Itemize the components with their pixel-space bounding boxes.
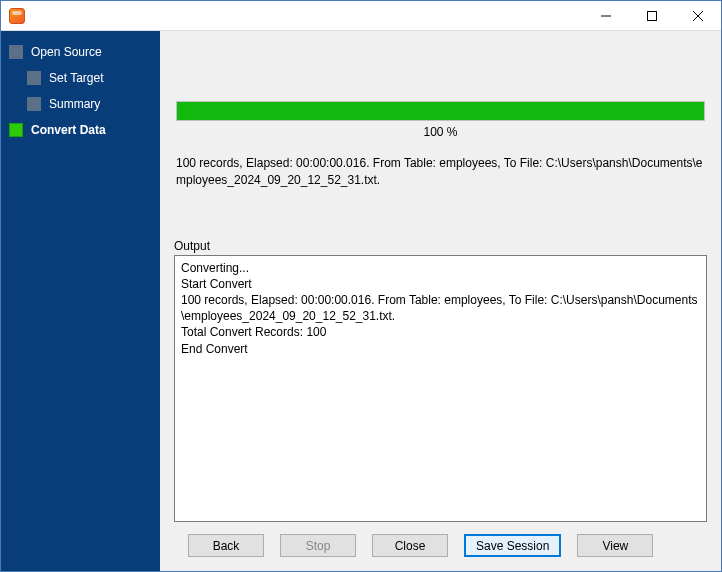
sidebar-item-open-source[interactable]: Open Source bbox=[1, 39, 160, 65]
sidebar-item-label: Set Target bbox=[49, 71, 103, 85]
output-line: 100 records, Elapsed: 00:00:00.016. From… bbox=[181, 292, 700, 324]
output-line: Total Convert Records: 100 bbox=[181, 324, 700, 340]
summary-text: 100 records, Elapsed: 00:00:00.016. From… bbox=[176, 155, 705, 189]
stop-button[interactable]: Stop bbox=[280, 534, 356, 557]
sidebar: Open SourceSet TargetSummaryConvert Data bbox=[1, 31, 160, 571]
progress-bar-track bbox=[176, 101, 705, 121]
button-row: Back Stop Close Save Session View bbox=[174, 522, 707, 561]
output-line: Start Convert bbox=[181, 276, 700, 292]
view-button[interactable]: View bbox=[577, 534, 653, 557]
output-textarea[interactable]: Converting...Start Convert100 records, E… bbox=[174, 255, 707, 522]
main-panel: 100 % 100 records, Elapsed: 00:00:00.016… bbox=[160, 31, 721, 571]
sidebar-item-summary[interactable]: Summary bbox=[1, 91, 160, 117]
progress-section: 100 % 100 records, Elapsed: 00:00:00.016… bbox=[174, 41, 707, 189]
close-button[interactable]: Close bbox=[372, 534, 448, 557]
sidebar-item-convert-data[interactable]: Convert Data bbox=[1, 117, 160, 143]
output-label: Output bbox=[174, 239, 707, 253]
svg-rect-0 bbox=[648, 11, 657, 20]
step-indicator-icon bbox=[9, 45, 23, 59]
content: Open SourceSet TargetSummaryConvert Data… bbox=[1, 31, 721, 571]
app-icon bbox=[9, 8, 25, 24]
sidebar-item-label: Summary bbox=[49, 97, 100, 111]
sidebar-item-label: Convert Data bbox=[31, 123, 106, 137]
titlebar bbox=[1, 1, 721, 31]
output-line: Converting... bbox=[181, 260, 700, 276]
sidebar-item-label: Open Source bbox=[31, 45, 102, 59]
step-indicator-icon bbox=[27, 71, 41, 85]
minimize-button[interactable] bbox=[583, 1, 629, 31]
step-indicator-icon bbox=[9, 123, 23, 137]
maximize-button[interactable] bbox=[629, 1, 675, 31]
back-button[interactable]: Back bbox=[188, 534, 264, 557]
progress-label: 100 % bbox=[176, 125, 705, 139]
save-session-button[interactable]: Save Session bbox=[464, 534, 561, 557]
progress-bar-fill bbox=[177, 102, 704, 120]
close-window-button[interactable] bbox=[675, 1, 721, 31]
step-indicator-icon bbox=[27, 97, 41, 111]
output-line: End Convert bbox=[181, 341, 700, 357]
sidebar-item-set-target[interactable]: Set Target bbox=[1, 65, 160, 91]
